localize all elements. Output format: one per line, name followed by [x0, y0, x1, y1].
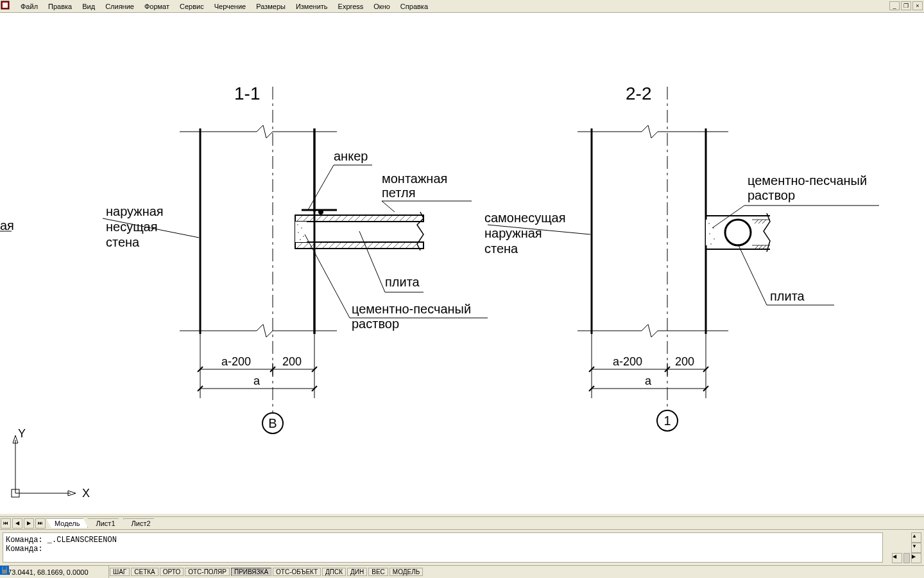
svg-line-41	[348, 242, 354, 249]
section-2-title: 2-2	[626, 83, 651, 104]
label-partial-left: ая	[0, 218, 14, 233]
svg-line-46	[380, 242, 386, 249]
status-lwt[interactable]: ВЕС	[368, 568, 388, 576]
tab-layout2[interactable]: Лист2	[123, 518, 159, 528]
menu-express[interactable]: Express	[333, 1, 369, 12]
menu-view[interactable]: Вид	[77, 1, 100, 12]
svg-line-50	[406, 242, 412, 249]
menu-merge[interactable]: Слияние	[100, 1, 139, 12]
svg-line-15	[303, 215, 309, 222]
svg-point-96	[725, 220, 751, 245]
tab-model[interactable]: Модель	[46, 518, 88, 528]
dim-1-right: 200	[282, 355, 302, 369]
label-slab-2: плита	[770, 289, 805, 304]
cmd-scroll-left[interactable]: ◀	[892, 553, 902, 563]
svg-point-91	[708, 223, 709, 223]
svg-line-36	[316, 242, 322, 249]
svg-line-14	[296, 215, 303, 222]
label-slab-1: плита	[385, 275, 420, 290]
dim-1-total: a	[253, 374, 260, 388]
svg-rect-131	[1, 566, 8, 574]
svg-line-23	[354, 215, 361, 222]
svg-line-19	[329, 215, 335, 222]
status-snap[interactable]: ШАГ	[110, 568, 130, 576]
tray-icon-lock[interactable]	[901, 568, 910, 577]
svg-line-29	[393, 215, 399, 222]
tab-nav-next[interactable]: ▶	[24, 518, 34, 529]
svg-rect-90	[706, 220, 717, 245]
cmd-scroll-track[interactable]	[903, 553, 910, 563]
menu-draw[interactable]: Черчение	[209, 1, 252, 12]
status-osnap[interactable]: ПРИВЯЗКА	[231, 568, 271, 576]
svg-line-44	[367, 242, 373, 249]
svg-point-95	[710, 243, 711, 244]
svg-line-60	[308, 165, 334, 210]
svg-line-32	[412, 215, 418, 222]
menu-dimensions[interactable]: Размеры	[251, 1, 291, 12]
layout-tabs: ⏮ ◀ ▶ ⏭ Модель Лист1 Лист2	[0, 516, 924, 529]
label-wall-2: самонесущаянаружнаястена	[484, 210, 566, 256]
label-loop: монтажнаяпетля	[382, 171, 447, 200]
menu-modify[interactable]: Изменить	[291, 1, 333, 12]
menu-file[interactable]: Файл	[15, 1, 43, 12]
restore-button[interactable]: ❐	[901, 1, 911, 10]
tab-nav-first[interactable]: ⏮	[1, 518, 11, 529]
status-ducs[interactable]: ДПСК	[322, 568, 346, 576]
status-otrack[interactable]: ОТС-ОБЪЕКТ	[273, 568, 321, 576]
svg-point-59	[318, 209, 323, 215]
status-polar[interactable]: ОТС-ПОЛЯР	[185, 568, 230, 576]
tab-nav-prev[interactable]: ◀	[12, 518, 22, 529]
menu-format[interactable]: Формат	[139, 1, 175, 12]
cmd-scroll-down[interactable]: ▼	[911, 543, 921, 553]
svg-line-25	[367, 215, 373, 222]
svg-line-39	[335, 242, 341, 249]
dim-1-left: a-200	[221, 355, 251, 369]
svg-point-56	[303, 236, 304, 236]
tray-icon-1[interactable]	[866, 568, 875, 577]
status-tray	[866, 568, 924, 577]
tray-icon-3[interactable]	[889, 568, 898, 577]
menu-edit[interactable]: Правка	[43, 1, 77, 12]
svg-point-57	[300, 239, 300, 240]
svg-line-99	[755, 220, 758, 223]
status-model[interactable]: МОДЕЛЬ	[389, 568, 423, 576]
svg-point-54	[301, 227, 302, 228]
drawing-canvas[interactable]: 1-1 2-2 анкер монтажнаяпетля наружнаянес…	[0, 13, 924, 514]
svg-rect-1	[3, 3, 8, 8]
svg-line-17	[316, 215, 322, 222]
svg-line-40	[341, 242, 348, 249]
close-button[interactable]: ×	[912, 1, 923, 10]
tab-layout1[interactable]: Лист1	[87, 518, 123, 528]
minimize-button[interactable]: _	[889, 1, 900, 10]
svg-line-45	[373, 242, 380, 249]
command-input[interactable]: Команда: _.CLEANSCREENON Команда:	[3, 532, 883, 563]
ucs-icon	[12, 435, 76, 497]
tray-icon-cleanscreen[interactable]	[912, 568, 921, 577]
label-mortar-2: цементно-песчаныйраствор	[748, 173, 867, 203]
svg-line-65	[359, 231, 385, 292]
tab-nav-last[interactable]: ⏭	[35, 518, 46, 529]
app-icon	[3, 1, 13, 12]
status-coords: 473.0441, 68.1669, 0.0000	[0, 566, 109, 578]
svg-point-53	[297, 224, 298, 225]
svg-line-31	[406, 215, 412, 222]
status-dyn[interactable]: ДИН	[347, 568, 367, 576]
command-area: Команда: _.CLEANSCREENON Команда: ▲ ▼ ◀ …	[0, 529, 924, 565]
svg-line-38	[329, 242, 335, 249]
menu-tools[interactable]: Сервис	[175, 1, 209, 12]
svg-line-48	[393, 242, 399, 249]
label-mortar-1: цементно-песчаныйраствор	[352, 302, 471, 331]
svg-line-30	[399, 215, 406, 222]
svg-line-37	[322, 242, 329, 249]
cmd-scroll-right[interactable]: ▶	[911, 553, 921, 563]
cmd-scroll-up[interactable]: ▲	[911, 532, 921, 543]
svg-line-42	[354, 242, 361, 249]
tray-icon-2[interactable]	[878, 568, 887, 577]
menu-window[interactable]: Окно	[368, 1, 395, 12]
status-ortho[interactable]: ОРТО	[160, 568, 184, 576]
dim-2-right: 200	[675, 355, 694, 369]
status-grid[interactable]: СЕТКА	[131, 568, 158, 576]
menu-help[interactable]: Справка	[395, 1, 433, 12]
section-1-title: 1-1	[234, 83, 260, 104]
svg-line-27	[380, 215, 386, 222]
